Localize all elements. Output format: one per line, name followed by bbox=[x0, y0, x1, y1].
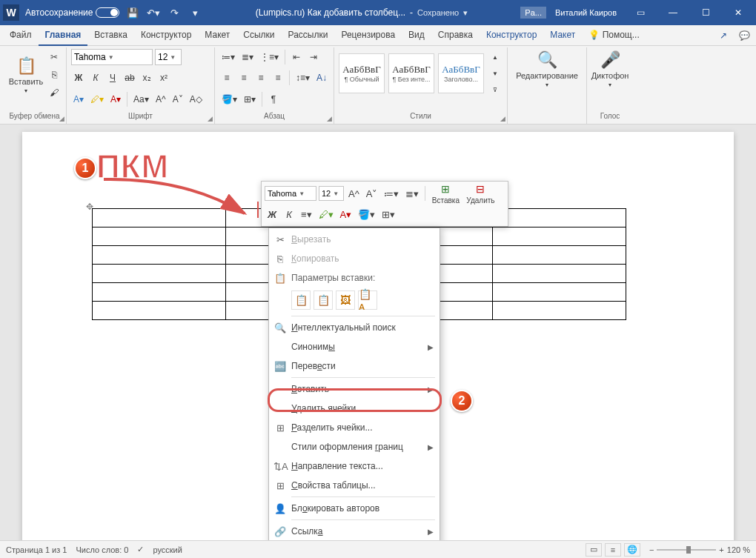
mini-grow-icon[interactable]: A^ bbox=[346, 185, 362, 202]
tab-table-design[interactable]: Конструктор bbox=[480, 25, 543, 46]
ctx-delete-cells[interactable]: Удалить ячейки... bbox=[271, 399, 438, 418]
grow-font-icon[interactable]: A^ bbox=[153, 91, 168, 107]
tab-home[interactable]: Главная bbox=[39, 25, 88, 46]
ctx-smart-lookup[interactable]: 🔍Интеллектуальный поиск bbox=[271, 318, 438, 337]
view-print-icon[interactable]: ≡ bbox=[605, 543, 621, 557]
bold-button[interactable]: Ж bbox=[71, 70, 86, 86]
tab-design[interactable]: Конструктор bbox=[134, 25, 198, 46]
undo-icon[interactable]: ↶▾ bbox=[146, 5, 161, 20]
save-icon[interactable]: 💾 bbox=[125, 5, 140, 20]
ctx-split-cells[interactable]: ⊞Разделить ячейки... bbox=[271, 418, 438, 437]
tab-file[interactable]: Файл bbox=[3, 25, 39, 46]
mini-numbering-icon[interactable]: ≣▾ bbox=[403, 185, 421, 202]
mini-borders-icon[interactable]: ⊞▾ bbox=[379, 205, 397, 223]
mini-shading-icon[interactable]: 🪣▾ bbox=[356, 205, 377, 223]
mini-bold-icon[interactable]: Ж bbox=[265, 205, 279, 223]
ctx-insert[interactable]: Вставить▶ bbox=[271, 379, 438, 399]
mini-fontcolor-icon[interactable]: A▾ bbox=[338, 205, 354, 223]
paste-button[interactable]: 📋Вставить▾ bbox=[7, 55, 44, 96]
editing-button[interactable]: 🔍Редактирование▾ bbox=[512, 49, 582, 90]
maximize-icon[interactable]: ☐ bbox=[691, 1, 720, 24]
mini-bullets-icon[interactable]: ≔▾ bbox=[382, 185, 401, 202]
borders-icon[interactable]: ⊞▾ bbox=[242, 91, 258, 107]
ctx-copy[interactable]: ⎘Копировать bbox=[271, 249, 438, 268]
tab-insert[interactable]: Вставка bbox=[87, 25, 134, 46]
ctx-translate[interactable]: 🔤Перевести bbox=[271, 356, 438, 376]
tab-layout[interactable]: Макет bbox=[198, 25, 236, 46]
styles-up-icon[interactable]: ▲ bbox=[488, 49, 503, 65]
indent-left-icon[interactable]: ⇤ bbox=[289, 49, 304, 65]
highlight-icon[interactable]: 🖊▾ bbox=[88, 91, 106, 107]
bullets-icon[interactable]: ≔▾ bbox=[219, 49, 237, 65]
status-proofing-icon[interactable]: ✓ bbox=[137, 545, 144, 554]
view-focus-icon[interactable]: ▭ bbox=[586, 543, 602, 557]
copy-icon[interactable]: ⎘ bbox=[47, 67, 62, 83]
status-words[interactable]: Число слов: 0 bbox=[76, 545, 128, 554]
styles-down-icon[interactable]: ▼ bbox=[488, 65, 503, 82]
clear-format-icon[interactable]: A◇ bbox=[188, 91, 205, 107]
numbering-icon[interactable]: ≣▾ bbox=[239, 49, 256, 65]
mini-align-icon[interactable]: ≡▾ bbox=[299, 205, 314, 223]
mini-highlight-icon[interactable]: 🖊▾ bbox=[316, 205, 336, 223]
style-normal[interactable]: АаБбВвГ¶ Обычный bbox=[339, 53, 385, 93]
dialog-launcher-icon[interactable]: ◢ bbox=[208, 115, 213, 122]
zoom-slider[interactable] bbox=[657, 549, 716, 551]
zoom-value[interactable]: 120 % bbox=[727, 545, 750, 554]
font-name-dropdown[interactable]: Tahoma▼ bbox=[71, 49, 153, 65]
subscript-button[interactable]: x₂ bbox=[139, 70, 154, 86]
ctx-border-styles[interactable]: Стили оформления границ▶ bbox=[271, 437, 438, 456]
justify-icon[interactable]: ≡ bbox=[271, 70, 285, 86]
line-spacing-icon[interactable]: ↕≡▾ bbox=[294, 70, 312, 86]
cut-icon[interactable]: ✂ bbox=[47, 49, 62, 65]
tab-help[interactable]: Справка bbox=[431, 25, 480, 46]
superscript-button[interactable]: x² bbox=[156, 70, 171, 86]
tab-table-layout[interactable]: Макет bbox=[543, 25, 582, 46]
align-center-icon[interactable]: ≡ bbox=[236, 70, 251, 86]
font-size-dropdown[interactable]: 12▼ bbox=[155, 49, 182, 65]
dictate-button[interactable]: 🎤Диктофон▾ bbox=[591, 49, 629, 90]
mini-font-dropdown[interactable]: Tahoma▼ bbox=[265, 186, 316, 201]
mini-shrink-icon[interactable]: A˅ bbox=[364, 185, 380, 202]
paste-picture-icon[interactable]: 🖼 bbox=[336, 290, 355, 310]
dialog-launcher-icon[interactable]: ◢ bbox=[59, 115, 64, 122]
align-left-icon[interactable]: ≡ bbox=[219, 70, 234, 86]
paste-merge-icon[interactable]: 📋 bbox=[314, 290, 333, 310]
tab-mailings[interactable]: Рассылки bbox=[282, 25, 335, 46]
redo-icon[interactable]: ↷ bbox=[167, 5, 182, 20]
status-page[interactable]: Страница 1 из 1 bbox=[6, 545, 67, 554]
view-web-icon[interactable]: 🌐 bbox=[624, 543, 640, 557]
align-right-icon[interactable]: ≡ bbox=[253, 70, 268, 86]
ctx-synonyms[interactable]: Синонимы▶ bbox=[271, 337, 438, 356]
tab-review[interactable]: Рецензирова bbox=[334, 25, 402, 46]
user-name[interactable]: Виталий Каиров bbox=[555, 8, 617, 17]
status-language[interactable]: русский bbox=[153, 545, 182, 554]
strike-button[interactable]: ab bbox=[122, 70, 137, 86]
shrink-font-icon[interactable]: A˅ bbox=[170, 91, 185, 107]
mini-insert-button[interactable]: ⊞Вставка bbox=[429, 182, 462, 206]
show-marks-icon[interactable]: ¶ bbox=[266, 91, 281, 107]
ctx-text-direction[interactable]: ⇅AНаправление текста... bbox=[271, 456, 438, 476]
minimize-icon[interactable]: — bbox=[658, 1, 688, 24]
paste-text-icon[interactable]: 📋ᴀ bbox=[358, 290, 377, 310]
underline-button[interactable]: Ч bbox=[105, 70, 120, 86]
mini-delete-button[interactable]: ⊟Удалить bbox=[464, 182, 497, 206]
dialog-launcher-icon[interactable]: ◢ bbox=[327, 115, 332, 122]
zoom-in-icon[interactable]: + bbox=[719, 545, 723, 554]
zoom-out-icon[interactable]: − bbox=[649, 545, 654, 554]
user-badge[interactable]: Pa... bbox=[520, 7, 546, 19]
change-case-icon[interactable]: Aa▾ bbox=[131, 91, 151, 107]
style-nospacing[interactable]: АаБбВвГ¶ Без инте... bbox=[388, 53, 434, 93]
sort-icon[interactable]: A↓ bbox=[314, 70, 329, 86]
mini-size-dropdown[interactable]: 12▼ bbox=[319, 186, 344, 201]
dialog-launcher-icon[interactable]: ◢ bbox=[500, 115, 505, 122]
ctx-block-authors[interactable]: 👤Блокировать авторов bbox=[271, 499, 438, 518]
paste-keep-source-icon[interactable]: 📋 bbox=[291, 290, 311, 310]
styles-more-icon[interactable]: ⊽ bbox=[488, 82, 503, 98]
format-painter-icon[interactable]: 🖌 bbox=[47, 84, 62, 101]
ribbon-options-icon[interactable]: ▭ bbox=[626, 1, 655, 24]
ctx-table-properties[interactable]: ⊞Свойства таблицы... bbox=[271, 476, 438, 495]
toggle-switch[interactable] bbox=[96, 7, 119, 18]
ctx-cut[interactable]: ✂Вырезать bbox=[271, 230, 438, 249]
multilevel-icon[interactable]: ⋮≡▾ bbox=[258, 49, 281, 65]
mini-italic-icon[interactable]: К bbox=[282, 205, 296, 223]
